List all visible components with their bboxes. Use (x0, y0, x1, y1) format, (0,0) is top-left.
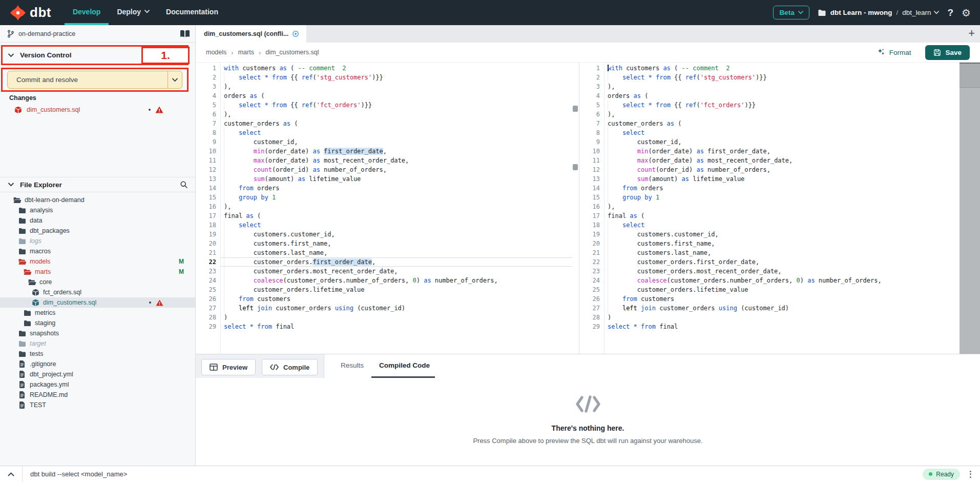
tree-item-dbt-learn-on-demand[interactable]: dbt-learn-on-demand (0, 195, 195, 205)
code-line-3[interactable]: 3), (579, 82, 960, 91)
code-line-8[interactable]: 8 select (579, 128, 960, 137)
tree-item-data[interactable]: data (0, 215, 195, 226)
save-button[interactable]: Save (925, 45, 970, 60)
tree-item-dim_customers.sql[interactable]: dim_customers.sql (0, 297, 195, 308)
file-explorer-header[interactable]: File Explorer (0, 177, 195, 192)
changed-file-row[interactable]: dim_customers.sql (0, 104, 195, 115)
code-line-4[interactable]: 4orders as ( (579, 91, 960, 101)
code-line-25[interactable]: 25 customer_orders.lifetime_value (196, 285, 572, 294)
tree-item-staging[interactable]: staging (0, 318, 195, 328)
beta-button[interactable]: Beta (773, 6, 809, 19)
code-line-28[interactable]: 28) (579, 313, 960, 322)
code-line-4[interactable]: 4orders as ( (196, 91, 572, 101)
dbt-logo[interactable]: dbt (10, 0, 51, 25)
tree-item-fct_orders.sql[interactable]: fct_orders.sql (0, 287, 195, 297)
tree-item-tests[interactable]: tests (0, 349, 195, 359)
code-line-10[interactable]: 10 min(order_date) as first_order_date, (196, 147, 572, 156)
code-line-5[interactable]: 5 select * from {{ ref('fct_orders')}} (196, 101, 572, 110)
breadcrumb-file[interactable]: dim_customers.sql (265, 49, 319, 56)
tree-item-snapshots[interactable]: snapshots (0, 328, 195, 338)
tab-compiled-code[interactable]: Compiled Code (379, 362, 430, 369)
format-button[interactable]: Format (874, 48, 914, 57)
code-line-17[interactable]: 17final as ( (579, 211, 960, 220)
code-line-7[interactable]: 7customer_orders as ( (579, 119, 960, 128)
tree-item-metrics[interactable]: metrics (0, 308, 195, 318)
code-line-14[interactable]: 14 from orders (196, 184, 572, 193)
editor-left-scrollbar[interactable] (572, 63, 579, 354)
code-line-13[interactable]: 13 sum(amount) as lifetime_value (579, 174, 960, 184)
code-line-8[interactable]: 8 select (196, 128, 572, 137)
code-line-9[interactable]: 9 customer_id, (579, 137, 960, 147)
code-line-11[interactable]: 11 max(order_date) as most_recent_order_… (579, 156, 960, 165)
command-input[interactable]: dbt build --select <model_name> (30, 470, 127, 478)
code-line-11[interactable]: 11 max(order_date) as most_recent_order_… (196, 156, 572, 165)
code-line-18[interactable]: 18 select (196, 220, 572, 230)
code-line-7[interactable]: 7customer_orders as ( (196, 119, 572, 128)
code-line-22[interactable]: 22 customer_orders.first_order_date, (196, 257, 572, 267)
code-line-18[interactable]: 18 select (579, 220, 960, 230)
breadcrumb-marts[interactable]: marts (238, 49, 254, 56)
code-line-6[interactable]: 6), (196, 110, 572, 119)
tree-item-README.md[interactable]: README.md (0, 390, 195, 400)
code-line-26[interactable]: 26 from customers (196, 294, 572, 304)
code-line-19[interactable]: 19 customers.customer_id, (196, 230, 572, 239)
account-name[interactable]: dbt Learn - mwong (830, 9, 892, 16)
code-line-9[interactable]: 9 customer_id, (196, 137, 572, 147)
code-line-28[interactable]: 28) (196, 313, 572, 322)
code-line-25[interactable]: 25 customer_orders.lifetime_value (579, 285, 960, 294)
code-line-12[interactable]: 12 count(order_id) as number_of_orders, (196, 165, 572, 174)
kebab-menu-icon[interactable] (968, 469, 973, 479)
tab-dim-customers[interactable]: dim_customers.sql (confli... (196, 25, 306, 43)
project-selector[interactable]: dbt_learn (902, 9, 939, 16)
tree-item-models[interactable]: modelsM (0, 256, 195, 267)
code-line-1[interactable]: 1with customers as ( -- comment 2 (579, 64, 960, 73)
code-line-20[interactable]: 20 customers.first_name, (579, 239, 960, 248)
commit-and-resolve-button[interactable]: Commit and resolve (7, 71, 182, 89)
tree-item-TEST[interactable]: TEST (0, 400, 195, 410)
editor-left[interactable]: 1with customers as ( -- comment 22 selec… (196, 63, 572, 354)
collapse-chevron-up-icon[interactable] (0, 466, 23, 482)
code-line-19[interactable]: 19 customers.customer_id, (579, 230, 960, 239)
compile-button[interactable]: Compile (262, 359, 318, 375)
tree-item-marts[interactable]: martsM (0, 267, 195, 277)
search-icon[interactable] (180, 180, 188, 189)
tree-item-.gitignore[interactable]: .gitignore (0, 359, 195, 369)
breadcrumb-models[interactable]: models (206, 49, 226, 56)
code-line-22[interactable]: 22 customer_orders.first_order_date, (579, 257, 960, 267)
code-line-3[interactable]: 3), (196, 82, 572, 91)
code-line-2[interactable]: 2 select * from {{ ref('stg_customers')}… (579, 73, 960, 82)
tree-item-dbt_project.yml[interactable]: dbt_project.yml (0, 369, 195, 379)
tree-item-analysis[interactable]: analysis (0, 205, 195, 215)
scrollbar-thumb[interactable] (960, 64, 980, 88)
code-line-14[interactable]: 14 from orders (579, 184, 960, 193)
code-line-23[interactable]: 23 customer_orders.most_recent_order_dat… (196, 267, 572, 276)
code-line-13[interactable]: 13 sum(amount) as lifetime_value (196, 174, 572, 184)
tree-item-packages.yml[interactable]: packages.yml (0, 379, 195, 390)
branch-row[interactable]: on-demand-practice (0, 25, 195, 43)
code-line-26[interactable]: 26 from customers (579, 294, 960, 304)
nav-documentation[interactable]: Documentation (158, 0, 226, 25)
settings-gear-icon[interactable]: ⚙ (962, 8, 971, 18)
code-line-16[interactable]: 16), (579, 202, 960, 211)
nav-develop[interactable]: Develop (65, 0, 109, 25)
code-line-20[interactable]: 20 customers.first_name, (196, 239, 572, 248)
code-line-24[interactable]: 24 coalesce(customer_orders.number_of_or… (196, 276, 572, 285)
code-line-5[interactable]: 5 select * from {{ ref('fct_orders')}} (579, 101, 960, 110)
code-line-15[interactable]: 15 group by 1 (196, 193, 572, 202)
commit-dropdown-toggle[interactable] (168, 71, 182, 88)
help-button[interactable]: ? (947, 7, 953, 18)
code-line-17[interactable]: 17final as ( (196, 211, 572, 220)
code-line-27[interactable]: 27 left join customer_orders using (cust… (579, 304, 960, 313)
docs-book-icon[interactable] (180, 30, 190, 40)
code-line-16[interactable]: 16), (196, 202, 572, 211)
code-line-12[interactable]: 12 count(order_id) as number_of_orders, (579, 165, 960, 174)
code-line-1[interactable]: 1with customers as ( -- comment 2 (196, 64, 572, 73)
code-line-24[interactable]: 24 coalesce(customer_orders.number_of_or… (579, 276, 960, 285)
preview-button[interactable]: Preview (201, 359, 256, 375)
tree-item-core[interactable]: core (0, 277, 195, 287)
editor-right-scrollbar[interactable] (960, 63, 980, 354)
code-line-27[interactable]: 27 left join customer_orders using (cust… (196, 304, 572, 313)
editor-right[interactable]: 1with customers as ( -- comment 22 selec… (579, 63, 960, 354)
tree-item-logs[interactable]: logs (0, 236, 195, 246)
code-line-23[interactable]: 23 customer_orders.most_recent_order_dat… (579, 267, 960, 276)
